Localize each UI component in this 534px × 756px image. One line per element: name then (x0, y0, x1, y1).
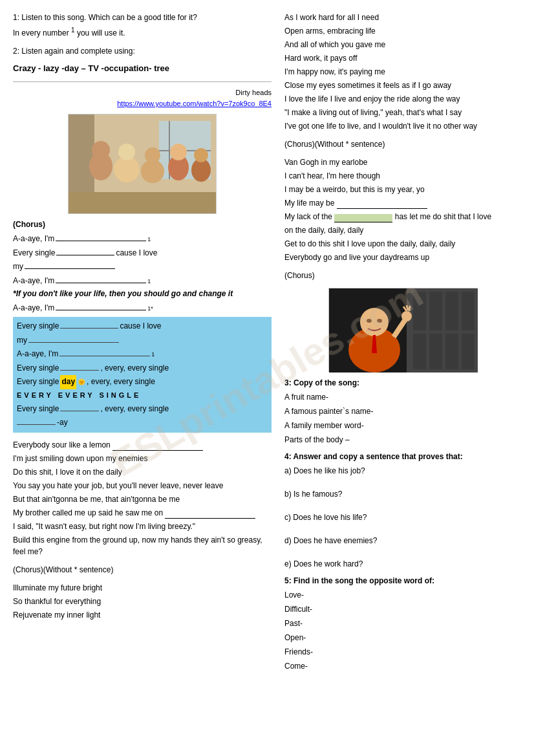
right-chorus-label: (Chorus) (284, 270, 521, 281)
svg-point-32 (401, 311, 412, 321)
task5-label: 5: Find in the song the opposite word of… (284, 575, 521, 587)
verse2-line-5: But that ain'tgonna be me, that ain'tgon… (13, 493, 272, 505)
word-bank: Crazy - lazy -day – TV -occupation- tree (13, 62, 272, 75)
svg-rect-23 (429, 334, 442, 369)
classroom-image-container (284, 288, 521, 374)
ch5c-text: my (17, 334, 27, 348)
verse3-section: Illuminate my future bright So thankful … (13, 582, 272, 621)
superscript-1: 1 (71, 27, 75, 34)
ch5-text-b: cause I love (120, 319, 161, 334)
ch10-text-a: Every single (17, 402, 59, 416)
task5-open: Open- (284, 632, 521, 643)
svg-rect-24 (445, 334, 458, 369)
verse2-line-2: I'm just smiling down upon my enemies (13, 453, 272, 464)
right-column: As I work hard for all I need Open arms,… (284, 12, 521, 677)
chorus-without2-section: (Chorus)(Without * sentence) (284, 138, 521, 150)
chorus-heading: (Chorus) (13, 219, 272, 230)
van-line-1: Van Gogh in my earlobe (284, 157, 521, 168)
chorus-without2-label: (Chorus)(Without * sentence) (284, 138, 521, 150)
verse2-line-6: My brother called me up said he saw me o… (13, 507, 272, 519)
youtube-link[interactable]: https://www.youtube.com/watch?v=7zok9co_… (13, 100, 272, 107)
task4-d: d) Does he have enemies? (284, 535, 521, 546)
verse3-line-1: Illuminate my future bright (13, 582, 272, 594)
van-line-4: My life may be (284, 197, 521, 209)
task5-love: Love- (284, 589, 521, 601)
fill-blank-10 (60, 403, 99, 411)
right-line-3: And all of which you gave me (284, 39, 521, 50)
chorus2-label: (Chorus) (284, 270, 521, 281)
chorus-without-label: (Chorus)(Without * sentence) (13, 564, 272, 576)
task4-section: 4: Answer and copy a sentence that prove… (284, 451, 521, 570)
svg-rect-15 (69, 192, 217, 214)
svg-line-35 (409, 306, 410, 311)
verse2-line-8: Build this engine from the ground up, no… (13, 534, 272, 557)
band-image-container (13, 114, 272, 216)
fill-blank-7 (60, 362, 99, 371)
chorus-line-3: A-a-aye, I'm 1 (13, 274, 272, 288)
verse3-line-3: Rejuvenate my inner light (13, 609, 272, 621)
chorus-line-2c: my (13, 260, 272, 274)
chorus-line1-text: A-a-aye, I'm (13, 232, 54, 246)
svg-point-10 (145, 147, 160, 163)
sup-1: 1 (147, 234, 151, 244)
ch7-text-a: Every single (17, 362, 59, 376)
classroom-image (328, 288, 477, 372)
fill-blank-3 (56, 275, 146, 283)
svg-line-34 (407, 305, 408, 310)
task5-difficult: Difficult- (284, 603, 521, 615)
svg-point-14 (194, 148, 208, 162)
chorus-without-section: (Chorus)(Without * sentence) (13, 564, 272, 576)
chorus-line-4: A-a-aye, I'm 1* (13, 301, 272, 316)
verse2-line-4: You say you hate your job, but you'll ne… (13, 480, 272, 491)
every-caps: EVERY EVERY SINGLE (17, 389, 141, 402)
task1-section: 1: Listen to this song. Which can be a g… (13, 12, 272, 39)
verse2-line-1: Everybody sour like a lemon (13, 439, 272, 451)
van-gogh-section: Van Gogh in my earlobe I can't hear, I'm… (284, 157, 521, 263)
van-line-3: I may be a weirdo, but this is my year, … (284, 184, 521, 195)
ch10c-text: -ay (57, 416, 68, 430)
right-line-8: "I make a living out of living," yeah, t… (284, 107, 521, 118)
chorus-line-1: A-a-aye, I'm 1 (13, 232, 272, 246)
italic-note: *If you don't like your life, then you s… (13, 288, 272, 299)
fill-blank-10c (17, 416, 56, 425)
right-line-6: Close my eyes sometimes it feels as if I… (284, 80, 521, 91)
chorus-line-2: Every single cause I love (13, 246, 272, 261)
right-line-5: I'm happy now, it's paying me (284, 66, 521, 78)
fill-blank-4 (56, 302, 146, 310)
right-line-7: I love the life I live and enjoy the rid… (284, 93, 521, 105)
svg-point-6 (92, 141, 110, 159)
verse2-line-7: I said, "It wasn't easy, but right now I… (13, 521, 272, 532)
svg-rect-21 (462, 292, 475, 330)
task3-body: Parts of the body – (284, 434, 521, 446)
task3-fruit: A fruit name- (284, 391, 521, 403)
task1-subtext: In every number 1 you will use it. (13, 25, 272, 39)
verse3-line-2: So thankful for everything (13, 596, 272, 607)
fill-blank-1 (56, 233, 146, 241)
svg-rect-20 (445, 292, 458, 330)
chorus-highlight-line-8: Every single day 🌞 , every, every single (17, 375, 268, 389)
fill-blank-2 (56, 247, 114, 255)
verse2-section: Everybody sour like a lemon I'm just smi… (13, 439, 272, 557)
task3-family: A family member word- (284, 420, 521, 431)
svg-rect-25 (462, 334, 475, 369)
band-image (68, 114, 217, 214)
right-line-1: As I work hard for all I need (284, 12, 521, 23)
fill-life (337, 200, 427, 209)
task5-come: Come- (284, 660, 521, 672)
fill-blank-6 (59, 348, 150, 356)
chorus-highlight-block: Every single cause I love my A-a-aye, I'… (13, 317, 272, 433)
svg-point-12 (170, 144, 187, 160)
chorus-line2c-text: my (13, 260, 23, 274)
sup-2: 1 (147, 276, 151, 286)
ch7-text-b: , every, every single (100, 362, 169, 376)
chorus-highlight-line-5: Every single cause I love (17, 319, 268, 334)
task4-label: 4: Answer and copy a sentence that prove… (284, 451, 521, 462)
sup-3: 1* (147, 303, 153, 314)
svg-point-8 (118, 144, 135, 160)
ch8-text-a: Every single (17, 375, 59, 389)
ch6-text: A-a-aye, I'm (17, 347, 58, 362)
van-line-5: My lack of the has let me do shit that I… (284, 211, 521, 222)
right-song-lines: As I work hard for all I need Open arms,… (284, 12, 521, 132)
svg-point-30 (377, 319, 382, 323)
svg-rect-18 (413, 292, 426, 330)
